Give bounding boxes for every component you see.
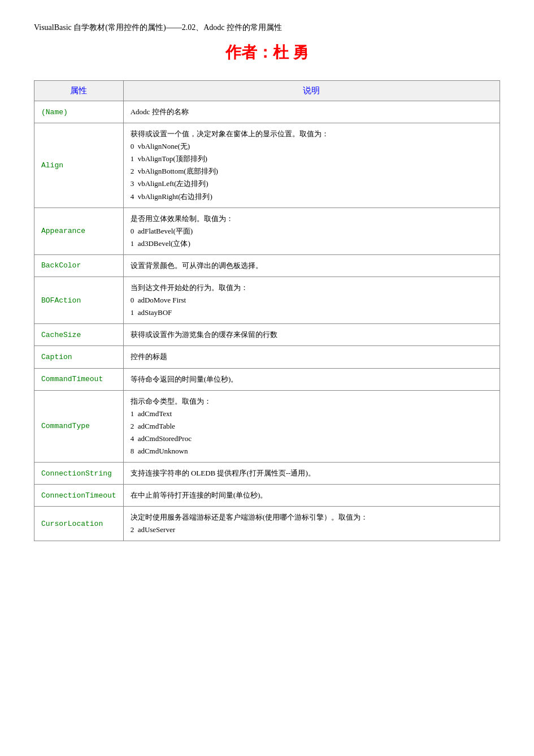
- table-row: CommandTimeout等待命令返回的时间量(单位秒)。: [34, 368, 500, 390]
- property-cell: BackColor: [34, 254, 124, 277]
- description-text: 是否用立体效果绘制。取值为： 0 adFlatBevel(平面) 1 ad3DB…: [131, 214, 233, 248]
- description-text: 当到达文件开始处的行为。取值为： 0 adDoMove First 1 adSt…: [131, 283, 248, 317]
- description-cell: 支持连接字符串的 OLEDB 提供程序(打开属性页--通用)。: [123, 463, 500, 485]
- description-cell: 指示命令类型。取值为： 1 adCmdText 2 adCmdTable 4 a…: [123, 390, 500, 462]
- header-title: VisualBasic 自学教材(常用控件的属性)——2.02、Adodc 控件…: [34, 23, 500, 33]
- property-cell: (Name): [34, 101, 124, 123]
- property-cell: Align: [34, 123, 124, 208]
- properties-table: 属性 说明 (Name)Adodc 控件的名称Align获得或设置一个值，决定对…: [34, 80, 500, 541]
- page-header: VisualBasic 自学教材(常用控件的属性)——2.02、Adodc 控件…: [34, 23, 500, 33]
- property-cell: CommandType: [34, 390, 124, 462]
- description-text: 获得或设置作为游览集合的缓存来保留的行数: [131, 330, 277, 339]
- property-cell: BOFAction: [34, 277, 124, 324]
- author-label: 作者：杜 勇: [34, 42, 500, 63]
- description-text: Adodc 控件的名称: [131, 107, 189, 116]
- description-cell: 等待命令返回的时间量(单位秒)。: [123, 368, 500, 390]
- table-header-row: 属性 说明: [34, 81, 500, 101]
- property-cell: ConnectionString: [34, 463, 124, 485]
- description-cell: 设置背景颜色。可从弹出的调色板选择。: [123, 254, 500, 277]
- table-row: CommandType指示命令类型。取值为： 1 adCmdText 2 adC…: [34, 390, 500, 462]
- table-row: CursorLocation决定时使用服务器端游标还是客户端游标(使用哪个游标引…: [34, 507, 500, 541]
- property-cell: ConnectionTimeout: [34, 485, 124, 507]
- description-cell: 获得或设置一个值，决定对象在窗体上的显示位置。取值为： 0 vbAlignNon…: [123, 123, 500, 208]
- description-cell: 决定时使用服务器端游标还是客户端游标(使用哪个游标引擎）。取值为： 2 adUs…: [123, 507, 500, 541]
- description-text: 控件的标题: [131, 352, 167, 361]
- description-text: 在中止前等待打开连接的时间量(单位秒)。: [131, 491, 268, 499]
- col-header-property: 属性: [34, 81, 124, 101]
- table-row: BOFAction当到达文件开始处的行为。取值为： 0 adDoMove Fir…: [34, 277, 500, 324]
- property-cell: CommandTimeout: [34, 368, 124, 390]
- property-cell: Caption: [34, 346, 124, 368]
- description-text: 支持连接字符串的 OLEDB 提供程序(打开属性页--通用)。: [131, 469, 315, 477]
- description-cell: 是否用立体效果绘制。取值为： 0 adFlatBevel(平面) 1 ad3DB…: [123, 208, 500, 254]
- table-row: ConnectionTimeout在中止前等待打开连接的时间量(单位秒)。: [34, 485, 500, 507]
- table-row: Align获得或设置一个值，决定对象在窗体上的显示位置。取值为： 0 vbAli…: [34, 123, 500, 208]
- table-row: BackColor设置背景颜色。可从弹出的调色板选择。: [34, 254, 500, 277]
- description-cell: 控件的标题: [123, 346, 500, 368]
- table-row: ConnectionString支持连接字符串的 OLEDB 提供程序(打开属性…: [34, 463, 500, 485]
- col-header-description: 说明: [123, 81, 500, 101]
- property-cell: CacheSize: [34, 324, 124, 346]
- description-cell: Adodc 控件的名称: [123, 101, 500, 123]
- property-cell: Appearance: [34, 208, 124, 254]
- description-text: 获得或设置一个值，决定对象在窗体上的显示位置。取值为： 0 vbAlignNon…: [131, 129, 329, 200]
- description-text: 指示命令类型。取值为： 1 adCmdText 2 adCmdTable 4 a…: [131, 397, 211, 455]
- description-cell: 在中止前等待打开连接的时间量(单位秒)。: [123, 485, 500, 507]
- description-text: 等待命令返回的时间量(单位秒)。: [131, 375, 238, 383]
- author-section: 作者：杜 勇: [34, 42, 500, 63]
- description-text: 设置背景颜色。可从弹出的调色板选择。: [131, 261, 263, 270]
- table-row: Caption控件的标题: [34, 346, 500, 368]
- description-cell: 获得或设置作为游览集合的缓存来保留的行数: [123, 324, 500, 346]
- table-row: (Name)Adodc 控件的名称: [34, 101, 500, 123]
- property-cell: CursorLocation: [34, 507, 124, 541]
- description-cell: 当到达文件开始处的行为。取值为： 0 adDoMove First 1 adSt…: [123, 277, 500, 324]
- table-row: Appearance是否用立体效果绘制。取值为： 0 adFlatBevel(平…: [34, 208, 500, 254]
- description-text: 决定时使用服务器端游标还是客户端游标(使用哪个游标引擎）。取值为： 2 adUs…: [131, 513, 368, 534]
- table-row: CacheSize获得或设置作为游览集合的缓存来保留的行数: [34, 324, 500, 346]
